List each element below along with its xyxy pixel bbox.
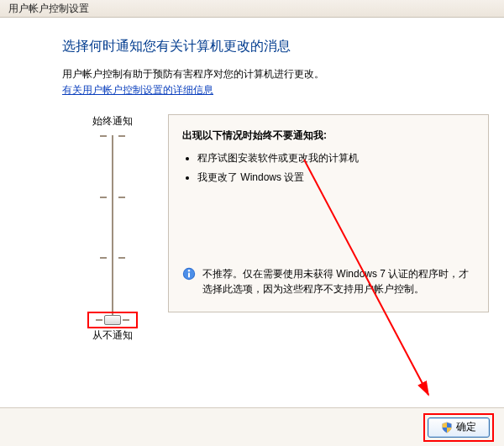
- slider-column: 始终通知 从不通知: [62, 114, 163, 343]
- window-title: 用户帐户控制设置: [8, 3, 89, 14]
- info-warning-row: 不推荐。仅在需要使用未获得 Windows 7 认证的程序时，才选择此选项，因为…: [182, 266, 475, 296]
- slider-tick: [123, 319, 129, 321]
- window-titlebar: 用户帐户控制设置: [0, 0, 504, 18]
- intro-text: 用户帐户控制有助于预防有害程序对您的计算机进行更改。: [62, 67, 489, 81]
- info-top: 出现以下情况时始终不要通知我: 程序试图安装软件或更改我的计算机 我更改了 Wi…: [182, 129, 475, 190]
- slider-tick: [96, 319, 102, 321]
- info-bullet-list: 程序试图安装软件或更改我的计算机 我更改了 Windows 设置: [197, 151, 475, 185]
- svg-point-3: [188, 270, 190, 271]
- ok-button-label: 确定: [456, 420, 476, 434]
- info-headline: 出现以下情况时始终不要通知我:: [182, 129, 475, 143]
- shield-icon: [441, 422, 453, 433]
- slider-tick: [100, 197, 125, 197]
- slider-track: [112, 135, 113, 320]
- page-heading: 选择何时通知您有关计算机更改的消息: [62, 38, 489, 55]
- content-area: 选择何时通知您有关计算机更改的消息 用户帐户控制有助于预防有害程序对您的计算机进…: [0, 18, 504, 343]
- svg-rect-2: [188, 273, 190, 278]
- info-panel: 出现以下情况时始终不要通知我: 程序试图安装软件或更改我的计算机 我更改了 Wi…: [168, 114, 489, 312]
- info-bullet: 我更改了 Windows 设置: [197, 171, 475, 185]
- slider-thumb[interactable]: [104, 315, 121, 325]
- help-link[interactable]: 有关用户帐户控制设置的详细信息: [62, 83, 213, 97]
- slider-tick: [100, 135, 125, 136]
- info-warning-text: 不推荐。仅在需要使用未获得 Windows 7 认证的程序时，才选择此选项，因为…: [202, 266, 475, 296]
- info-icon: [182, 267, 196, 281]
- slider-track-wrap[interactable]: [87, 135, 138, 320]
- slider-thumb-highlight: [87, 312, 138, 328]
- slider-top-label: 始终通知: [92, 114, 133, 129]
- slider-bottom-label: 从不通知: [92, 328, 133, 343]
- ok-button-highlight: 确定: [423, 413, 494, 442]
- body-row: 始终通知 从不通知 出现以下情况时始终不要通知我: 程序试图安装软件或更改我的计…: [62, 114, 489, 343]
- button-bar: 确定: [0, 407, 504, 446]
- slider-tick: [100, 257, 125, 258]
- ok-button[interactable]: 确定: [428, 417, 490, 438]
- info-bullet: 程序试图安装软件或更改我的计算机: [197, 151, 475, 165]
